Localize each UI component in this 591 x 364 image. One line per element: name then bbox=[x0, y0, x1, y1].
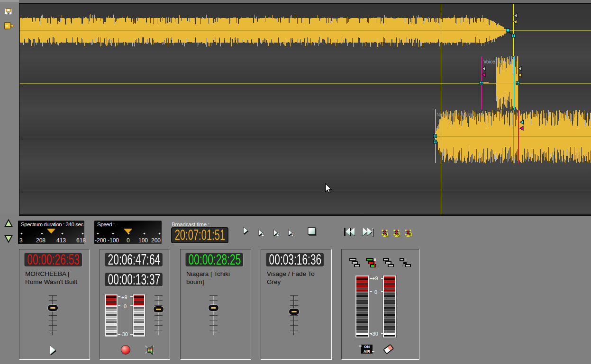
svg-text:2: 2 bbox=[276, 231, 279, 237]
svg-text:3: 3 bbox=[409, 232, 412, 237]
svg-text:3: 3 bbox=[291, 231, 293, 237]
svg-text:1: 1 bbox=[262, 231, 264, 237]
svg-text:2: 2 bbox=[398, 232, 400, 237]
svg-text:1: 1 bbox=[386, 232, 389, 237]
